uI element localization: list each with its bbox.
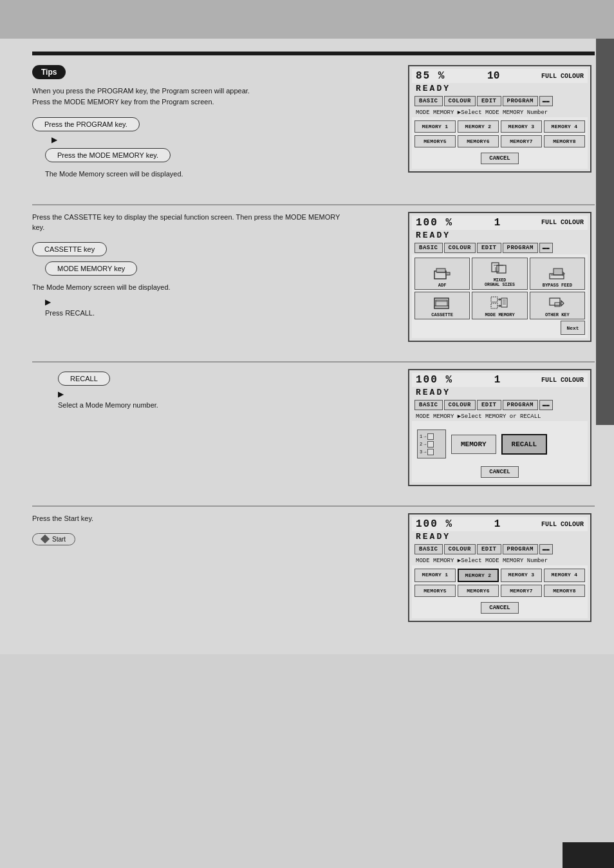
bypass-cell[interactable]: BYPASS FEED bbox=[530, 258, 585, 290]
tab3-extra[interactable]: ▬▬ bbox=[539, 400, 553, 410]
tab3-basic[interactable]: BASIC bbox=[414, 400, 443, 410]
tab2-colour[interactable]: COLOUR bbox=[444, 243, 476, 253]
section2-row: Press the CASSETTE key to display the sp… bbox=[32, 212, 595, 343]
tab2-extra[interactable]: ▬▬ bbox=[539, 243, 553, 253]
svg-rect-4 bbox=[492, 263, 499, 272]
screen3-topbar: 100 % 1 FULL COLOUR bbox=[412, 373, 588, 387]
screen1-color: FULL COLOUR bbox=[541, 73, 584, 80]
screen3-col: 100 % 1 FULL COLOUR READY BASIC COLOUR E… bbox=[408, 369, 595, 486]
tab1-basic[interactable]: BASIC bbox=[414, 96, 443, 106]
start-button[interactable]: Start bbox=[32, 533, 75, 545]
adf-cell[interactable]: ADF bbox=[414, 258, 470, 290]
cassette-icon bbox=[433, 296, 451, 311]
start-btn-container: Start bbox=[32, 531, 395, 548]
body2-text: The Mode Memory screen will be displayed… bbox=[32, 282, 354, 293]
s4-memory6-btn[interactable]: MEMORY6 bbox=[458, 585, 499, 597]
tab3-program[interactable]: PROGRAM bbox=[503, 400, 538, 410]
tab2-edit[interactable]: EDIT bbox=[477, 243, 501, 253]
line1: 1 → bbox=[420, 433, 434, 440]
screen2-icon-grid: ADF bbox=[414, 258, 585, 320]
select-memory-text: Select a Mode Memory number. bbox=[58, 400, 380, 411]
s4-memory1-btn[interactable]: MEMORY 1 bbox=[414, 569, 456, 582]
screen3-body: 1 → 2 → 3 bbox=[412, 421, 588, 482]
tab4-basic[interactable]: BASIC bbox=[414, 544, 443, 554]
right-sidebar bbox=[596, 39, 614, 425]
mode-memory-key-pill: Press the MODE MEMORY key. bbox=[45, 148, 171, 162]
section1-text: Tips When you press the PROGRAM key, the… bbox=[32, 65, 395, 185]
tab2-program[interactable]: PROGRAM bbox=[503, 243, 538, 253]
mode-memory-cell[interactable]: MODE MEMORY bbox=[472, 292, 527, 319]
screen4-color: FULL COLOUR bbox=[541, 521, 584, 528]
tab2-basic[interactable]: BASIC bbox=[414, 243, 443, 253]
screen1-cancel-btn[interactable]: CANCEL bbox=[481, 153, 518, 164]
s4-memory3-btn[interactable]: MEMORY 3 bbox=[501, 569, 542, 582]
arrow3: ▶ bbox=[58, 390, 395, 399]
svg-rect-17 bbox=[491, 303, 498, 308]
diamond-icon bbox=[41, 534, 50, 543]
tab3-edit[interactable]: EDIT bbox=[477, 400, 501, 410]
memory3-btn[interactable]: MEMORY 3 bbox=[501, 120, 542, 133]
screen2-copies: 1 bbox=[494, 217, 501, 229]
other-key-icon bbox=[548, 296, 566, 311]
memory6-btn[interactable]: MEMORY6 bbox=[458, 135, 499, 147]
other-key-cell[interactable]: OTHER KEY bbox=[530, 292, 585, 319]
svg-rect-9 bbox=[554, 269, 563, 275]
screen3-cancel-btn[interactable]: CANCEL bbox=[481, 466, 518, 478]
tab3-colour[interactable]: COLOUR bbox=[444, 400, 476, 410]
screen2-tabs[interactable]: BASIC COLOUR EDIT PROGRAM ▬▬ bbox=[412, 241, 588, 254]
svg-marker-28 bbox=[561, 301, 564, 306]
screen3-color: FULL COLOUR bbox=[541, 377, 584, 384]
memory5-btn[interactable]: MEMORY5 bbox=[414, 135, 456, 147]
svg-rect-27 bbox=[555, 303, 560, 307]
screen3-memory-btn[interactable]: MEMORY bbox=[451, 435, 496, 454]
section3-text: RECALL ▶ Select a Mode Memory number. bbox=[32, 369, 395, 416]
screen1-copies: 10 bbox=[487, 70, 499, 82]
s4-memory7-btn[interactable]: MEMORY7 bbox=[501, 585, 542, 597]
bottom-bar bbox=[563, 842, 614, 868]
next-btn[interactable]: Next bbox=[561, 321, 585, 335]
sep3 bbox=[32, 505, 595, 507]
tab4-colour[interactable]: COLOUR bbox=[444, 544, 476, 554]
section4-row: Press the Start key. Start 100 % 1 FULL … bbox=[32, 513, 595, 622]
tab1-program[interactable]: PROGRAM bbox=[503, 96, 538, 106]
s4-memory8-btn[interactable]: MEMORY8 bbox=[544, 585, 585, 597]
screen4-cancel-row: CANCEL bbox=[414, 599, 585, 615]
screen3-tabs[interactable]: BASIC COLOUR EDIT PROGRAM ▬▬ bbox=[412, 398, 588, 411]
tab1-edit[interactable]: EDIT bbox=[477, 96, 501, 106]
screen4-cancel-btn[interactable]: CANCEL bbox=[481, 602, 518, 614]
screen1-tabs[interactable]: BASIC COLOUR EDIT PROGRAM ▬▬ bbox=[412, 94, 588, 108]
memory4-btn[interactable]: MEMORY 4 bbox=[544, 120, 585, 133]
memory8-btn[interactable]: MEMORY8 bbox=[544, 135, 585, 147]
screen2-body: ADF bbox=[412, 254, 588, 339]
mode-memory-label: MODE MEMORY bbox=[485, 312, 514, 317]
memory1-btn[interactable]: MEMORY 1 bbox=[414, 120, 456, 133]
main-content: Tips When you press the PROGRAM key, the… bbox=[0, 39, 614, 654]
screen4-topbar: 100 % 1 FULL COLOUR bbox=[412, 517, 588, 531]
screen2-col: 100 % 1 FULL COLOUR READY BASIC COLOUR E… bbox=[408, 212, 595, 343]
tab4-extra[interactable]: ▬▬ bbox=[539, 544, 553, 554]
screen1-subtitle: MODE MEMORY ▶Select MODE MEMORY Number bbox=[412, 108, 588, 117]
s4-memory4-btn[interactable]: MEMORY 4 bbox=[544, 569, 585, 582]
s4-memory2-btn[interactable]: MEMORY 2 bbox=[458, 569, 499, 582]
tips-badge: Tips bbox=[32, 65, 66, 79]
other-key-label: OTHER KEY bbox=[545, 312, 570, 317]
adf-icon bbox=[433, 266, 451, 281]
cassette-cell[interactable]: CASSETTE bbox=[414, 292, 470, 319]
mode-memory-icon bbox=[490, 296, 508, 311]
mixed-cell[interactable]: MIXEDORGNAL SIZES bbox=[472, 258, 527, 290]
recall-text: Press RECALL. bbox=[45, 308, 367, 319]
tab1-colour[interactable]: COLOUR bbox=[444, 96, 476, 106]
section3-row: RECALL ▶ Select a Mode Memory number. 10… bbox=[32, 369, 595, 486]
tab1-extra[interactable]: ▬▬ bbox=[539, 96, 553, 106]
s4-memory5-btn[interactable]: MEMORY5 bbox=[414, 585, 456, 597]
screen3-recall-btn[interactable]: RECALL bbox=[501, 434, 548, 455]
tab4-edit[interactable]: EDIT bbox=[477, 544, 501, 554]
tab4-program[interactable]: PROGRAM bbox=[503, 544, 538, 554]
screen3-ready: READY bbox=[412, 387, 588, 398]
memory2-btn[interactable]: MEMORY 2 bbox=[458, 120, 499, 133]
screen2-ready: READY bbox=[412, 230, 588, 241]
screen4-tabs[interactable]: BASIC COLOUR EDIT PROGRAM ▬▬ bbox=[412, 542, 588, 556]
screen3-percent: 100 % bbox=[416, 374, 453, 386]
memory7-btn[interactable]: MEMORY7 bbox=[501, 135, 542, 147]
screen4-copies: 1 bbox=[494, 518, 501, 530]
